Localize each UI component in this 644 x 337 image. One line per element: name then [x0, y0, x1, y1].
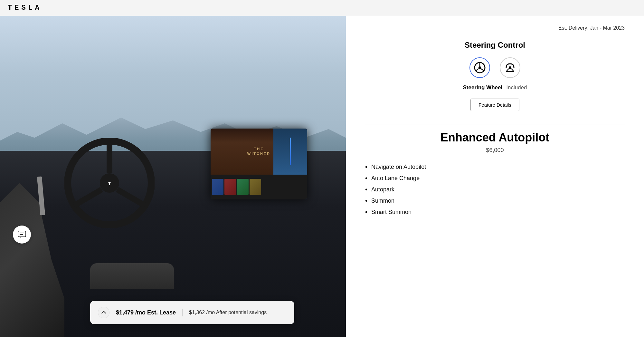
feature-navigate-autopilot: Navigate on Autopilot	[365, 161, 625, 173]
car-steering-wheel: T	[64, 138, 155, 228]
svg-line-4	[117, 189, 145, 206]
steering-control-title: Steering Control	[365, 41, 625, 50]
steering-options-group	[365, 57, 625, 78]
tesla-logo: TESLA	[8, 4, 42, 12]
lease-savings-price: $1,362 /mo After potential savings	[189, 310, 267, 315]
yoke-icon-circle	[500, 57, 520, 78]
svg-line-13	[476, 69, 479, 71]
steering-included-text: Included	[506, 84, 527, 91]
witcher-title: THEWITCHER	[247, 147, 270, 157]
header: TESLA	[0, 0, 644, 16]
feature-auto-lane-change: Auto Lane Change	[365, 173, 625, 184]
game-thumb-4	[250, 179, 261, 195]
feature-smart-summon: Smart Summon	[365, 207, 625, 218]
autopilot-section: Enhanced Autopilot $6,000 Navigate on Au…	[365, 131, 625, 218]
steering-wheel-svg-icon	[474, 62, 486, 73]
lease-bar: $1,479 /mo Est. Lease $1,362 /mo After p…	[90, 301, 294, 324]
feature-autopark: Autopark	[365, 184, 625, 195]
svg-text:T: T	[108, 181, 111, 186]
feature-details-button[interactable]: Feature Details	[470, 99, 519, 111]
svg-line-16	[506, 69, 509, 72]
yoke-svg-icon	[504, 62, 516, 73]
autopilot-price: $6,000	[365, 147, 625, 154]
screen-map	[273, 129, 307, 175]
svg-line-3	[74, 189, 102, 206]
svg-rect-6	[18, 231, 26, 237]
svg-line-17	[511, 69, 514, 72]
car-interior-bg: T THEWITCHER	[0, 16, 346, 337]
section-divider	[365, 124, 625, 124]
screen-game-bar	[211, 175, 307, 199]
steering-selected-label: Steering Wheel	[463, 84, 502, 91]
main-content: T THEWITCHER	[0, 16, 644, 337]
chat-button[interactable]	[13, 226, 31, 244]
lease-expand-button[interactable]	[98, 307, 109, 318]
svg-point-11	[478, 66, 481, 69]
map-route	[290, 138, 291, 165]
steering-selected-label-row: Steering Wheel Included	[365, 84, 625, 91]
svg-point-15	[509, 66, 511, 69]
steering-wheel-option[interactable]	[469, 57, 490, 78]
svg-line-14	[481, 69, 484, 71]
delivery-estimate: Est. Delivery: Jan - Mar 2023	[365, 23, 625, 31]
autopilot-features-list: Navigate on Autopilot Auto Lane Change A…	[365, 161, 625, 218]
game-thumb-2	[224, 179, 236, 195]
car-image-panel: T THEWITCHER	[0, 16, 346, 337]
right-panel: Est. Delivery: Jan - Mar 2023 Steering C…	[346, 16, 644, 337]
center-infotainment-screen: THEWITCHER	[211, 129, 307, 199]
game-thumb-3	[237, 179, 249, 195]
autopilot-title: Enhanced Autopilot	[365, 131, 625, 144]
armrest	[90, 263, 174, 289]
steering-wheel-icon-circle	[469, 57, 490, 78]
yoke-option[interactable]	[500, 57, 520, 78]
lease-divider	[182, 309, 183, 316]
game-thumb-1	[212, 179, 223, 195]
lease-monthly-price: $1,479 /mo Est. Lease	[116, 309, 176, 316]
feature-summon: Summon	[365, 195, 625, 207]
